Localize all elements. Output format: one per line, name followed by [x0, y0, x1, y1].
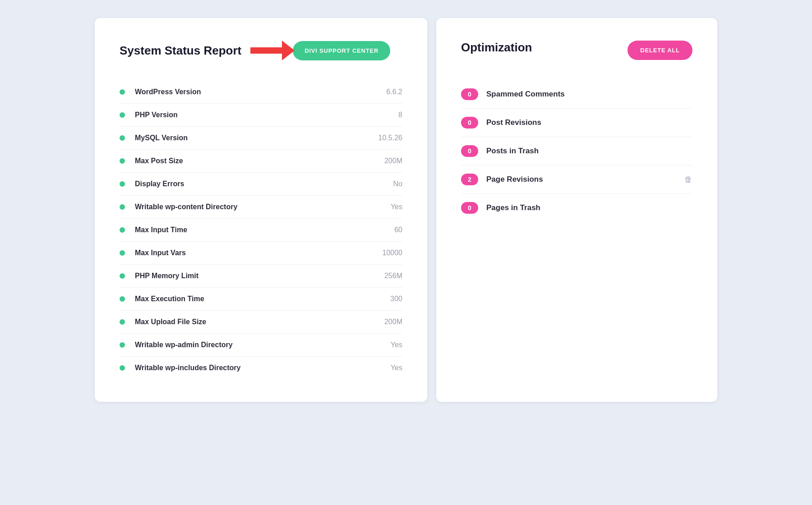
- opt-label-2: Posts in Trash: [486, 147, 692, 156]
- status-item: PHP Memory Limit 256M: [120, 265, 402, 288]
- status-dot-12: [120, 365, 125, 371]
- opt-label-1: Post Revisions: [486, 118, 692, 127]
- status-dot-1: [120, 112, 125, 118]
- status-dot-4: [120, 181, 125, 187]
- status-value-10: 200M: [384, 318, 402, 326]
- status-dot-10: [120, 319, 125, 325]
- arrow-head: [282, 41, 295, 60]
- status-dot-11: [120, 342, 125, 348]
- status-value-9: 300: [390, 295, 402, 303]
- status-dot-9: [120, 296, 125, 302]
- status-item: Max Input Time 60: [120, 219, 402, 242]
- optimization-title: Optimization: [461, 41, 532, 55]
- status-dot-3: [120, 158, 125, 164]
- status-item: Display Errors No: [120, 173, 402, 196]
- status-label-2: MySQL Version: [135, 134, 378, 142]
- status-value-4: No: [393, 180, 402, 188]
- status-dot-0: [120, 89, 125, 95]
- delete-all-button[interactable]: DELETE ALL: [627, 41, 692, 60]
- status-item: Max Upload File Size 200M: [120, 311, 402, 334]
- opt-badge-2: 0: [461, 145, 478, 157]
- opt-label-3: Page Revisions: [486, 175, 673, 184]
- opt-badge-3: 2: [461, 174, 478, 185]
- status-label-11: Writable wp-admin Directory: [135, 341, 391, 349]
- status-value-12: Yes: [391, 364, 402, 372]
- system-status-card: System Status Report DIVI SUPPORT CENTER…: [95, 18, 427, 402]
- opt-item: 0 Pages in Trash: [461, 194, 692, 222]
- status-label-1: PHP Version: [135, 111, 398, 119]
- status-value-11: Yes: [391, 341, 402, 349]
- opt-badge-0: 0: [461, 88, 478, 100]
- system-status-title: System Status Report: [120, 44, 241, 58]
- status-label-6: Max Input Time: [135, 226, 394, 234]
- status-label-4: Display Errors: [135, 180, 393, 188]
- status-item: Max Execution Time 300: [120, 288, 402, 311]
- optimization-list: 0 Spammed Comments 0 Post Revisions 0 Po…: [461, 80, 692, 222]
- right-header: Optimization DELETE ALL: [461, 41, 692, 60]
- status-dot-6: [120, 227, 125, 233]
- status-dot-7: [120, 250, 125, 256]
- status-item: PHP Version 8: [120, 104, 402, 127]
- status-item: Max Input Vars 10000: [120, 242, 402, 265]
- left-header: System Status Report DIVI SUPPORT CENTER: [120, 41, 402, 60]
- status-item: Writable wp-content Directory Yes: [120, 196, 402, 219]
- status-item: WordPress Version 6.6.2: [120, 81, 402, 104]
- status-list: WordPress Version 6.6.2 PHP Version 8 My…: [120, 81, 402, 379]
- status-value-5: Yes: [391, 203, 402, 211]
- status-value-8: 256M: [384, 272, 402, 280]
- opt-item: 0 Posts in Trash: [461, 137, 692, 165]
- opt-item: 2 Page Revisions 🗑: [461, 165, 692, 194]
- status-label-10: Max Upload File Size: [135, 318, 384, 326]
- opt-badge-1: 0: [461, 117, 478, 129]
- status-value-1: 8: [398, 111, 402, 119]
- status-label-8: PHP Memory Limit: [135, 272, 384, 280]
- status-value-0: 6.6.2: [386, 88, 402, 96]
- status-label-3: Max Post Size: [135, 157, 384, 165]
- trash-icon-3[interactable]: 🗑: [684, 175, 692, 184]
- status-dot-5: [120, 204, 125, 210]
- opt-label-4: Pages in Trash: [486, 203, 692, 212]
- status-dot-2: [120, 135, 125, 141]
- arrow-button-wrapper: DIVI SUPPORT CENTER: [250, 41, 390, 60]
- status-label-9: Max Execution Time: [135, 295, 390, 303]
- status-item: Max Post Size 200M: [120, 150, 402, 173]
- page-wrapper: System Status Report DIVI SUPPORT CENTER…: [95, 18, 717, 402]
- status-label-12: Writable wp-includes Directory: [135, 364, 391, 372]
- opt-item: 0 Post Revisions: [461, 109, 692, 137]
- optimization-card: Optimization DELETE ALL 0 Spammed Commen…: [436, 18, 717, 402]
- status-item: Writable wp-admin Directory Yes: [120, 334, 402, 357]
- divi-support-center-button[interactable]: DIVI SUPPORT CENTER: [293, 41, 390, 60]
- opt-item: 0 Spammed Comments: [461, 80, 692, 109]
- opt-badge-4: 0: [461, 202, 478, 214]
- status-label-0: WordPress Version: [135, 88, 386, 96]
- red-arrow: [250, 41, 295, 60]
- status-value-7: 10000: [383, 249, 403, 257]
- status-value-3: 200M: [384, 157, 402, 165]
- status-dot-8: [120, 273, 125, 279]
- status-item: Writable wp-includes Directory Yes: [120, 357, 402, 379]
- arrow-body: [250, 47, 282, 54]
- status-value-2: 10.5.26: [378, 134, 402, 142]
- status-value-6: 60: [394, 226, 402, 234]
- opt-label-0: Spammed Comments: [486, 90, 692, 99]
- status-label-5: Writable wp-content Directory: [135, 203, 391, 211]
- status-item: MySQL Version 10.5.26: [120, 127, 402, 150]
- status-label-7: Max Input Vars: [135, 249, 383, 257]
